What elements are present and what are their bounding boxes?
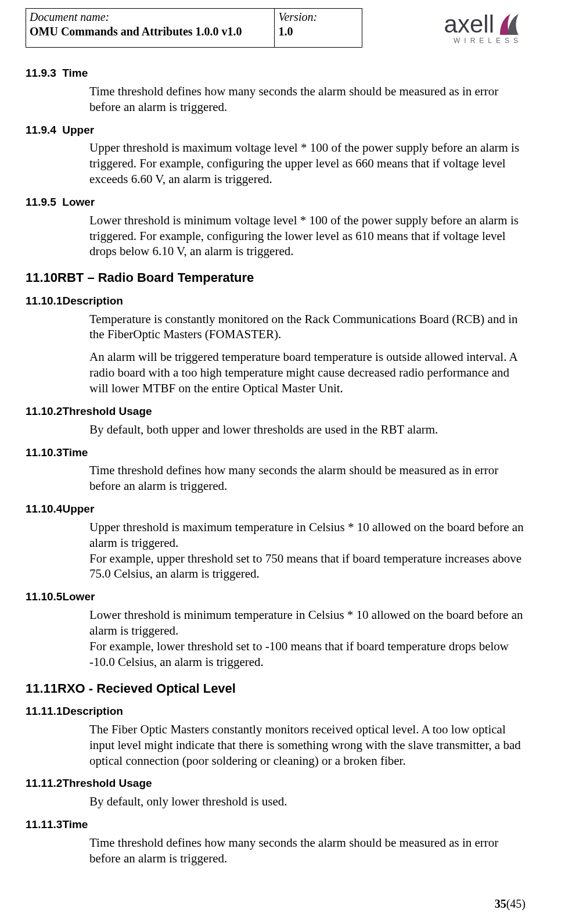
header-docname-cell: Document name: OMU Commands and Attribut… bbox=[26, 9, 275, 48]
para-11-10-2: By default, both upper and lower thresho… bbox=[89, 422, 526, 438]
page-current: 35 bbox=[495, 897, 506, 910]
brand-logo-icon bbox=[497, 12, 522, 37]
heading-11-10: 11.10RBT – Radio Board Temperature bbox=[26, 270, 526, 286]
page-total: (45) bbox=[506, 897, 526, 910]
heading-title: Threshold Usage bbox=[62, 777, 152, 789]
heading-num: 11.9.4 bbox=[26, 123, 59, 137]
para-11-11-2: By default, only lower threshold is used… bbox=[89, 794, 526, 810]
header-table: Document name: OMU Commands and Attribut… bbox=[26, 8, 362, 48]
heading-11-11: 11.11RXO - Recieved Optical Level bbox=[26, 681, 526, 697]
heading-11-11-2: 11.11.2Threshold Usage bbox=[26, 776, 526, 790]
heading-num: 11.11.3 bbox=[26, 818, 62, 832]
heading-11-9-5: 11.9.5 Lower bbox=[26, 195, 526, 209]
heading-title: RBT – Radio Board Temperature bbox=[57, 270, 254, 285]
header-version-value: 1.0 bbox=[278, 24, 358, 39]
heading-11-10-1: 11.10.1Description bbox=[26, 294, 526, 308]
heading-title: Time bbox=[62, 818, 88, 830]
heading-num: 11.10.3 bbox=[26, 446, 62, 460]
heading-title: Upper bbox=[62, 503, 94, 515]
heading-num: 11.11.2 bbox=[26, 776, 62, 790]
header: Document name: OMU Commands and Attribut… bbox=[26, 0, 526, 48]
heading-11-11-1: 11.11.1Description bbox=[26, 704, 526, 718]
para-11-11-1: The Fiber Optic Masters constantly monit… bbox=[89, 722, 526, 769]
heading-11-10-3: 11.10.3Time bbox=[26, 446, 526, 460]
heading-num: 11.10.5 bbox=[26, 590, 62, 604]
heading-11-10-5: 11.10.5Lower bbox=[26, 590, 526, 604]
para-11-10-5b: For example, lower threshold set to -100… bbox=[89, 639, 526, 670]
heading-num: 11.10.2 bbox=[26, 404, 62, 418]
heading-num: 11.11 bbox=[26, 681, 57, 697]
header-docname-value: OMU Commands and Attributes 1.0.0 v1.0 bbox=[30, 24, 271, 39]
para-11-9-3: Time threshold defines how many seconds … bbox=[89, 84, 526, 115]
heading-title: Description bbox=[62, 705, 123, 717]
header-version-label: Version: bbox=[278, 10, 358, 24]
para-11-10-3: Time threshold defines how many seconds … bbox=[89, 463, 526, 494]
para-11-11-3: Time threshold defines how many seconds … bbox=[89, 835, 526, 866]
header-version-cell: Version: 1.0 bbox=[275, 9, 362, 48]
heading-num: 11.9.5 bbox=[26, 195, 59, 209]
heading-num: 11.10.1 bbox=[26, 294, 62, 308]
heading-num: 11.11.1 bbox=[26, 704, 62, 718]
para-11-9-4: Upper threshold is maximum voltage level… bbox=[89, 140, 526, 187]
content: 11.9.3 Time Time threshold defines how m… bbox=[26, 48, 526, 866]
heading-11-10-4: 11.10.4Upper bbox=[26, 502, 526, 516]
heading-title: Lower bbox=[62, 590, 95, 603]
heading-11-9-3: 11.9.3 Time bbox=[26, 66, 526, 80]
heading-title: Upper bbox=[62, 124, 94, 136]
page-footer: 35(45) bbox=[495, 897, 526, 911]
brand-logo-subtext: WIRELESS bbox=[454, 37, 522, 45]
heading-11-11-3: 11.11.3Time bbox=[26, 818, 526, 832]
heading-title: Time bbox=[62, 446, 88, 459]
para-11-9-5: Lower threshold is minimum voltage level… bbox=[89, 213, 526, 260]
brand-logo: axell WIRELESS bbox=[444, 8, 526, 45]
heading-num: 11.9.3 bbox=[26, 66, 59, 80]
para-11-10-1b: An alarm will be triggered temperature b… bbox=[89, 349, 526, 396]
heading-num: 11.10.4 bbox=[26, 502, 62, 516]
para-11-10-5a: Lower threshold is minimum temperature i… bbox=[89, 607, 526, 639]
para-11-10-4a: Upper threshold is maximum temperature i… bbox=[89, 520, 526, 551]
heading-title: RXO - Recieved Optical Level bbox=[57, 681, 236, 696]
header-docname-label: Document name: bbox=[30, 10, 271, 24]
heading-num: 11.10 bbox=[26, 270, 57, 286]
heading-title: Threshold Usage bbox=[62, 405, 152, 417]
page: Document name: OMU Commands and Attribut… bbox=[0, 0, 572, 924]
heading-title: Description bbox=[62, 295, 123, 307]
heading-title: Lower bbox=[62, 196, 95, 208]
brand-logo-textwrap: axell WIRELESS bbox=[444, 9, 522, 45]
heading-11-10-2: 11.10.2Threshold Usage bbox=[26, 404, 526, 418]
heading-11-9-4: 11.9.4 Upper bbox=[26, 123, 526, 137]
para-11-10-4b: For example, upper threshold set to 750 … bbox=[89, 551, 526, 582]
para-11-10-1a: Temperature is constantly monitored on t… bbox=[89, 311, 526, 343]
brand-logo-text: axell bbox=[444, 9, 494, 40]
heading-title: Time bbox=[62, 67, 88, 79]
